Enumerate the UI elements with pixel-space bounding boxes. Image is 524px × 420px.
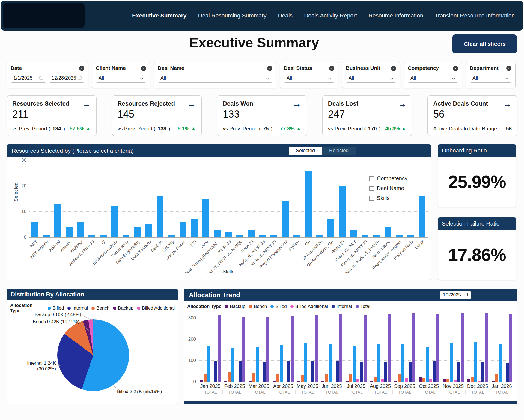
bar-ios[interactable]: [191, 219, 198, 237]
info-icon[interactable]: i: [453, 66, 458, 71]
trend-bar-billed[interactable]: [474, 342, 477, 382]
competency-dropdown[interactable]: All: [408, 74, 458, 83]
trend-bar-internal[interactable]: [433, 361, 436, 382]
trend-bar-bench[interactable]: [446, 379, 449, 382]
trend-bar-backup[interactable]: [297, 381, 300, 382]
bar-qa[interactable]: [305, 171, 312, 237]
legend-item-billed-additional[interactable]: Billed Additional: [290, 304, 328, 309]
trend-bar-total[interactable]: [291, 316, 294, 382]
bar-data-engineering[interactable]: [134, 227, 141, 237]
bar-java[interactable]: [202, 199, 209, 237]
trend-bar-internal[interactable]: [239, 361, 242, 382]
bar-react-js-node-js-python[interactable]: [373, 235, 380, 237]
trend-bar-backup[interactable]: [273, 381, 276, 382]
bar-qa-automation[interactable]: [316, 235, 323, 237]
arrow-right-icon[interactable]: →: [503, 100, 512, 108]
trend-bar-backup[interactable]: [467, 379, 470, 382]
trend-bar-backup[interactable]: [200, 380, 203, 382]
trend-bar-total[interactable]: [412, 313, 415, 382]
legend-item-bench[interactable]: Bench: [91, 305, 109, 311]
trend-bar-billed-additional[interactable]: [381, 379, 384, 382]
trend-bar-backup[interactable]: [321, 381, 324, 382]
bar-node-js-next-js[interactable]: [270, 235, 277, 237]
info-icon[interactable]: i: [141, 66, 146, 71]
trend-bar-backup[interactable]: [370, 381, 373, 382]
trend-bar-bench[interactable]: [301, 375, 304, 382]
arrow-right-icon[interactable]: →: [398, 100, 406, 108]
nav-tab-executive-summary[interactable]: Executive Summary: [132, 12, 187, 19]
trend-bar-internal[interactable]: [457, 362, 460, 382]
trend-bar-total[interactable]: [388, 314, 391, 382]
trend-bar-billed[interactable]: [256, 347, 259, 382]
trend-bar-backup[interactable]: [346, 381, 349, 382]
toggle-rejected-button[interactable]: Rejected: [322, 147, 356, 155]
trend-bar-total[interactable]: [364, 315, 367, 382]
trend-bar-backup[interactable]: [249, 381, 252, 382]
trend-bar-total[interactable]: [242, 317, 245, 382]
info-icon[interactable]: i: [79, 66, 84, 71]
trend-bar-backup[interactable]: [394, 381, 397, 382]
trend-bar-internal[interactable]: [409, 362, 412, 382]
trend-bar-internal[interactable]: [263, 362, 266, 382]
trend-bar-billed[interactable]: [280, 345, 283, 382]
bar-react-native[interactable]: [385, 227, 391, 237]
trend-bar-internal[interactable]: [214, 361, 217, 382]
trend-bar-total[interactable]: [218, 315, 221, 382]
criteria-checkbox-deal-name[interactable]: Deal Name: [369, 185, 407, 191]
trend-bar-backup[interactable]: [419, 377, 422, 382]
legend-item-backup[interactable]: Backup: [225, 304, 245, 309]
trend-bar-billed[interactable]: [377, 344, 380, 382]
criteria-checkbox-skills[interactable]: Skills: [369, 195, 407, 201]
trend-bar-bench[interactable]: [325, 374, 328, 382]
trend-bar-billed[interactable]: [231, 348, 234, 382]
trend-bar-internal[interactable]: [360, 362, 363, 382]
info-icon[interactable]: i: [506, 66, 511, 71]
trend-bar-internal[interactable]: [311, 361, 314, 382]
bar-consultancy[interactable]: [123, 235, 129, 237]
trend-bar-billed[interactable]: [499, 344, 502, 382]
legend-item-billed-additional[interactable]: Billed Additional: [137, 305, 175, 311]
bar-project-management[interactable]: [282, 201, 289, 237]
trend-bar-billed-additional[interactable]: [478, 381, 481, 382]
trend-bar-backup[interactable]: [492, 381, 495, 382]
trend-bar-billed[interactable]: [329, 344, 332, 382]
department-dropdown[interactable]: All: [470, 74, 511, 83]
legend-item-total[interactable]: Total: [356, 304, 370, 309]
trend-bar-bench[interactable]: [495, 374, 498, 382]
trend-bar-bench[interactable]: [228, 372, 231, 382]
trend-bar-billed-additional[interactable]: [429, 379, 432, 382]
bar-net-angular[interactable]: [43, 235, 50, 237]
trend-bar-billed[interactable]: [426, 347, 429, 382]
client-name-dropdown[interactable]: All: [96, 74, 146, 83]
legend-item-backup[interactable]: Backup: [113, 305, 133, 311]
bar-android[interactable]: [54, 204, 61, 237]
trend-bar-internal[interactable]: [336, 361, 339, 382]
trend-bar-internal[interactable]: [506, 363, 509, 382]
bar-architect-node-js[interactable]: [88, 235, 95, 237]
date-from-input[interactable]: 1/1/2025: [11, 74, 46, 83]
legend-item-internal[interactable]: Internal: [67, 305, 88, 311]
bar-ruby-on-rails[interactable]: [407, 235, 414, 237]
nav-tab-deals[interactable]: Deals: [278, 12, 293, 19]
legend-item-billed[interactable]: Billed: [270, 304, 287, 309]
trend-bar-backup[interactable]: [443, 379, 446, 382]
trend-bar-bench[interactable]: [252, 373, 255, 382]
deal-status-dropdown[interactable]: All: [284, 74, 334, 83]
bar-node-js[interactable]: [248, 230, 255, 237]
trend-bar-internal[interactable]: [384, 362, 387, 382]
bar-python[interactable]: [293, 235, 300, 237]
trend-bar-total[interactable]: [509, 314, 512, 382]
legend-item-internal[interactable]: Internal: [332, 304, 352, 309]
bar-angular[interactable]: [66, 227, 73, 237]
arrow-right-icon[interactable]: →: [82, 100, 91, 108]
bar-java-spring-boot-web[interactable]: [214, 230, 221, 237]
bar-ui-ux[interactable]: [419, 196, 425, 237]
bar-bi[interactable]: [100, 235, 107, 237]
trend-bar-bench[interactable]: [276, 374, 279, 382]
bar-nest-js[interactable]: [225, 232, 232, 237]
allocation-pie[interactable]: [57, 319, 129, 391]
trend-bar-billed[interactable]: [304, 343, 307, 382]
bar-data-sciences[interactable]: [145, 224, 152, 237]
trend-bar-bench[interactable]: [471, 377, 474, 382]
trend-bar-total[interactable]: [436, 314, 439, 382]
